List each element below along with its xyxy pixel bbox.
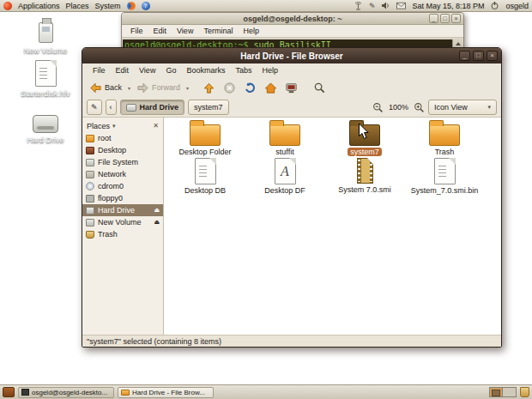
taskbar-item-terminal[interactable]: osgeld@osgeld-deskto... (18, 387, 114, 398)
close-button[interactable]: × (487, 51, 498, 61)
view-mode-select[interactable]: Icon View ▾ (428, 100, 497, 115)
sidebar-header[interactable]: Places ▾ ✕ (82, 119, 163, 132)
back-button[interactable]: Back (87, 81, 124, 95)
workspace-switcher[interactable] (489, 387, 517, 397)
back-arrow-icon (89, 82, 102, 94)
sidebar-item-new-volume[interactable]: New Volume⏏ (82, 216, 163, 228)
terminal-menubar: File Edit View Terminal Help (122, 25, 463, 38)
menu-bookmarks[interactable]: Bookmarks (181, 66, 230, 75)
menu-help[interactable]: Help (257, 66, 283, 75)
user-menu[interactable]: osgeld (505, 2, 529, 10)
sidebar-item-root[interactable]: root (82, 132, 163, 144)
sidebar-item-network[interactable]: Network (82, 168, 163, 180)
doc-lines-decoration (438, 166, 446, 179)
search-button[interactable] (311, 81, 329, 95)
mail-tray-icon[interactable] (396, 1, 406, 10)
close-button[interactable]: × (451, 14, 461, 23)
maximize-button[interactable]: □ (440, 14, 450, 23)
menu-applications[interactable]: Applications (18, 2, 60, 10)
forward-arrow-icon (136, 82, 149, 94)
maximize-button[interactable]: □ (473, 51, 484, 61)
file-desktop-df[interactable]: A Desktop DF (247, 158, 323, 195)
file-browser-titlebar[interactable]: Hard Drive - File Browser _ □ × (82, 48, 501, 63)
edit-location-button[interactable]: ✎ (87, 100, 102, 115)
forward-history-dropdown[interactable]: ▾ (185, 85, 190, 91)
breadcrumb-system7[interactable]: system7 (188, 100, 229, 115)
location-bar: ✎ ‹ Hard Drive system7 100% Icon View ▾ (82, 98, 501, 118)
menu-go[interactable]: Go (160, 66, 181, 75)
menu-places[interactable]: Places (66, 2, 89, 10)
scroll-up-arrow-icon[interactable] (456, 42, 461, 45)
stop-button[interactable] (221, 81, 239, 95)
show-desktop-button[interactable] (3, 387, 15, 397)
clock[interactable]: Sat May 15, 8:18 PM (412, 2, 484, 10)
sidebar-item-floppy0[interactable]: floppy0 (82, 192, 163, 204)
sidebar-item-cdrom0[interactable]: cdrom0 (82, 180, 163, 192)
breadcrumb-scroll-left-button[interactable]: ‹ (106, 100, 117, 115)
desktop-icon-label: Starterdisk.hfv (19, 89, 72, 98)
workspace-2[interactable] (503, 388, 516, 396)
file-stuffit[interactable]: stuffit (247, 119, 323, 156)
ubuntu-logo-icon[interactable] (3, 2, 12, 10)
file-system-70-smi-bin[interactable]: System_7.0.smi.bin (407, 158, 482, 195)
file-browser-window[interactable]: Hard Drive - File Browser _ □ × File Edi… (82, 47, 502, 348)
file-trash[interactable]: Trash (407, 119, 482, 156)
file-system-70-smi[interactable]: System 7.0.smi (327, 158, 402, 194)
sidebar-close-icon[interactable]: ✕ (153, 122, 159, 130)
file-desktop-folder[interactable]: Desktop Folder (167, 119, 243, 156)
sidebar-item-file-system[interactable]: File System (82, 156, 163, 168)
zoom-in-icon[interactable] (414, 102, 425, 113)
breadcrumb-hard-drive[interactable]: Hard Drive (120, 100, 185, 115)
terminal-menu-help[interactable]: Help (238, 27, 264, 35)
file-desktop-db[interactable]: Desktop DB (167, 158, 243, 195)
minimize-button[interactable]: _ (429, 14, 438, 23)
input-method-tray-icon[interactable]: ✎ (369, 2, 376, 10)
chevron-down-icon: ▾ (112, 123, 116, 130)
firefox-launcher-icon[interactable] (127, 2, 136, 10)
help-launcher-icon[interactable]: ? (142, 2, 150, 10)
status-text: "system7" selected (containing 8 items) (87, 337, 221, 346)
menu-view[interactable]: View (134, 66, 160, 75)
sidebar-item-trash[interactable]: Trash (82, 228, 163, 240)
terminal-titlebar[interactable]: osgeld@osgeld-desktop: ~ _ □ × (122, 13, 463, 25)
hard-drive-icon (126, 104, 136, 112)
taskbar-item-file-browser[interactable]: Hard Drive - File Brow... (118, 387, 214, 398)
desktop-icon-hard-drive[interactable]: Hard Drive (13, 115, 78, 144)
terminal-menu-view[interactable]: View (172, 27, 198, 35)
hard-drive-icon (33, 115, 58, 133)
top-panel: Applications Places System ? ✎ Sat May 1… (0, 0, 532, 12)
menu-edit[interactable]: Edit (111, 66, 135, 75)
workspace-1[interactable] (490, 388, 503, 396)
desktop-icon-new-volume[interactable]: New Volume (13, 17, 78, 56)
menu-system[interactable]: System (95, 2, 121, 10)
terminal-menu-file[interactable]: File (125, 27, 148, 35)
trash-applet-icon[interactable] (520, 387, 529, 397)
sidebar-item-desktop[interactable]: Desktop (82, 144, 163, 156)
file-icon-view[interactable]: Desktop Folder stuffit system7 Trash Des… (164, 118, 501, 335)
eject-icon[interactable]: ⏏ (154, 207, 160, 214)
menu-file[interactable]: File (88, 66, 111, 75)
desktop-icon-starterdisk[interactable]: Starterdisk.hfv (13, 60, 78, 98)
network-icon (86, 171, 94, 178)
reload-icon (244, 82, 257, 94)
network-tray-icon[interactable] (354, 1, 363, 10)
terminal-menu-terminal[interactable]: Terminal (198, 27, 238, 35)
power-icon[interactable] (490, 1, 499, 10)
back-history-dropdown[interactable]: ▾ (127, 85, 131, 91)
chevron-down-icon: ▾ (487, 104, 491, 111)
eject-icon[interactable]: ⏏ (154, 219, 160, 226)
cd-icon (86, 182, 94, 190)
places-sidebar: Places ▾ ✕ root Desktop File System Netw… (82, 118, 164, 335)
terminal-menu-edit[interactable]: Edit (148, 27, 172, 35)
up-button[interactable] (200, 81, 218, 95)
menu-tabs[interactable]: Tabs (230, 66, 257, 75)
home-button[interactable] (262, 81, 280, 95)
reload-button[interactable] (241, 81, 259, 95)
zoom-out-icon[interactable] (372, 102, 384, 113)
computer-button[interactable] (282, 81, 300, 95)
status-bar: "system7" selected (containing 8 items) (82, 335, 501, 347)
volume-tray-icon[interactable] (381, 1, 390, 10)
minimize-button[interactable]: _ (459, 51, 470, 61)
sidebar-item-hard-drive[interactable]: Hard Drive⏏ (82, 204, 163, 216)
forward-button[interactable]: Forward (134, 81, 183, 95)
